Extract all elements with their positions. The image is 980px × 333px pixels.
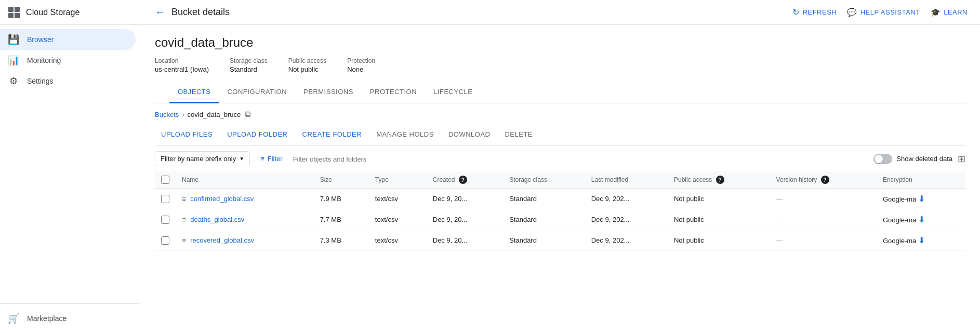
objects-table: Name Size Type Created ? Storage class L… [155, 171, 965, 251]
select-all-checkbox[interactable] [161, 176, 169, 184]
marketplace-icon: 🛒 [8, 313, 19, 324]
file-name[interactable]: deaths_global.csv [190, 216, 244, 223]
row-checkbox-cell [155, 209, 176, 230]
tab-configuration[interactable]: CONFIGURATION [219, 82, 295, 103]
meta-location-value: us-central1 (Iowa) [155, 65, 209, 73]
sidebar-item-settings[interactable]: ⚙ Settings [0, 71, 136, 91]
row-name-cell: ≡ deaths_global.csv [176, 209, 314, 230]
public-access-help-icon[interactable]: ? [716, 176, 724, 184]
learn-button[interactable]: 🎓 LEARN [931, 8, 968, 17]
col-public-access: Public access ? [668, 171, 770, 189]
row-last-modified: Dec 9, 202... [585, 189, 668, 209]
meta-location-label: Location [155, 57, 209, 64]
filter-dropdown-label: Filter by name prefix only [161, 155, 236, 163]
row-type: text/csv [369, 209, 427, 230]
col-version-history: Version history ? [770, 171, 877, 189]
manage-holds-button[interactable]: MANAGE HOLDS [370, 127, 440, 141]
filter-input[interactable] [293, 155, 868, 163]
sidebar-item-monitoring[interactable]: 📊 Monitoring [0, 50, 136, 71]
logo-grid-icon [8, 7, 20, 18]
breadcrumb-current: covid_data_bruce [188, 111, 241, 118]
browser-icon: 💾 [8, 34, 19, 45]
refresh-icon: ↻ [792, 7, 800, 17]
action-bar: UPLOAD FILES UPLOAD FOLDER CREATE FOLDER… [155, 123, 965, 146]
download-icon[interactable]: ⬇ [918, 236, 925, 245]
sidebar-item-label: Browser [27, 35, 54, 44]
created-help-icon[interactable]: ? [459, 176, 467, 184]
table-row: ≡ deaths_global.csv 7.7 MB text/csv Dec … [155, 209, 965, 230]
sidebar-item-marketplace[interactable]: 🛒 Marketplace [0, 308, 136, 329]
row-checkbox-cell [155, 189, 176, 209]
meta-public-access-label: Public access [288, 57, 326, 64]
row-name-cell: ≡ confirmed_global.csv [176, 189, 314, 209]
meta-public-access-value: Not public [288, 65, 326, 73]
row-size: 7.9 MB [314, 189, 369, 209]
file-name[interactable]: recovered_global.csv [190, 236, 254, 244]
topbar: ← Bucket details ↻ REFRESH 💬 HELP ASSIST… [140, 0, 980, 25]
breadcrumb-parent[interactable]: Buckets [155, 111, 179, 118]
row-name-cell: ≡ recovered_global.csv [176, 230, 314, 251]
sidebar-header: Cloud Storage [0, 0, 140, 25]
filter-icon: ≡ [260, 155, 264, 163]
objects-panel: Buckets › covid_data_bruce ⧉ UPLOAD FILE… [140, 103, 980, 333]
copy-bucket-name-icon[interactable]: ⧉ [245, 110, 250, 119]
sidebar-item-label: Marketplace [27, 314, 67, 323]
row-storage-class: Standard [503, 230, 585, 251]
row-type: text/csv [369, 189, 427, 209]
table-row: ≡ confirmed_global.csv 7.9 MB text/csv D… [155, 189, 965, 209]
create-folder-button[interactable]: CREATE FOLDER [296, 127, 368, 141]
meta-protection-value: None [347, 65, 375, 73]
show-deleted-toggle-container: Show deleted data [873, 154, 952, 164]
row-type: text/csv [369, 230, 427, 251]
upload-folder-button[interactable]: UPLOAD FOLDER [221, 127, 294, 141]
settings-icon: ⚙ [8, 76, 19, 86]
learn-icon: 🎓 [931, 8, 941, 17]
meta-location: Location us-central1 (Iowa) [155, 57, 209, 73]
filter-button[interactable]: ≡ Filter [256, 152, 286, 166]
meta-storage-class-label: Storage class [230, 57, 268, 64]
bucket-meta: Location us-central1 (Iowa) Storage clas… [155, 57, 965, 73]
row-storage-class: Standard [503, 209, 585, 230]
col-size: Size [314, 171, 369, 189]
row-checkbox-cell [155, 230, 176, 251]
download-icon[interactable]: ⬇ [918, 215, 925, 224]
row-version-history: — [770, 230, 877, 251]
file-name[interactable]: confirmed_global.csv [190, 195, 254, 203]
tab-objects[interactable]: OBJECTS [169, 82, 219, 103]
row-encryption: Google-ma ⬇ [877, 230, 965, 251]
row-checkbox-1[interactable] [161, 216, 169, 224]
version-history-help-icon[interactable]: ? [821, 176, 829, 184]
table-header-row: Name Size Type Created ? Storage class L… [155, 171, 965, 189]
col-created: Created ? [427, 171, 503, 189]
download-button[interactable]: DOWNLOAD [442, 127, 497, 141]
refresh-button[interactable]: ↻ REFRESH [792, 7, 837, 17]
row-checkbox-2[interactable] [161, 236, 169, 245]
page-title: Bucket details [171, 7, 788, 18]
tab-lifecycle[interactable]: LIFECYCLE [425, 82, 481, 103]
col-checkbox [155, 171, 176, 189]
download-icon[interactable]: ⬇ [918, 194, 925, 203]
delete-button[interactable]: DELETE [498, 127, 539, 141]
help-assistant-button[interactable]: 💬 HELP ASSISTANT [847, 8, 920, 17]
tab-permissions[interactable]: PERMISSIONS [295, 82, 362, 103]
tabs: OBJECTS CONFIGURATION PERMISSIONS PROTEC… [155, 82, 965, 103]
col-storage-class: Storage class [503, 171, 585, 189]
table-body: ≡ confirmed_global.csv 7.9 MB text/csv D… [155, 189, 965, 251]
density-icon[interactable]: ⊞ [958, 153, 965, 165]
sidebar-bottom: 🛒 Marketplace [0, 303, 140, 333]
show-deleted-toggle[interactable] [873, 154, 892, 164]
tab-protection[interactable]: PROTECTION [362, 82, 425, 103]
filter-dropdown[interactable]: Filter by name prefix only ▼ [155, 151, 250, 166]
refresh-label: REFRESH [803, 8, 837, 16]
row-encryption: Google-ma ⬇ [877, 189, 965, 209]
meta-storage-class-value: Standard [230, 65, 268, 73]
breadcrumb-separator: › [182, 111, 184, 118]
row-public-access: Not public [668, 230, 770, 251]
sidebar-item-browser[interactable]: 💾 Browser [0, 29, 136, 50]
row-checkbox-0[interactable] [161, 195, 169, 203]
back-button[interactable]: ← [153, 4, 167, 20]
row-encryption: Google-ma ⬇ [877, 209, 965, 230]
bucket-info: covid_data_bruce Location us-central1 (I… [140, 25, 980, 103]
app-name: Cloud Storage [26, 8, 80, 17]
upload-files-button[interactable]: UPLOAD FILES [155, 127, 219, 141]
